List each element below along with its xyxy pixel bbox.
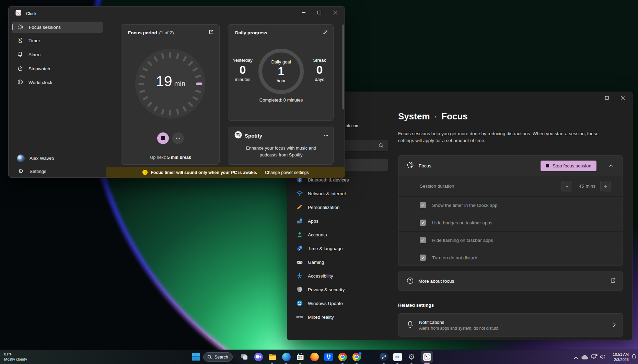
sidebar-item-stopwatch[interactable]: Stopwatch xyxy=(12,63,103,74)
sidebar-item-privacy[interactable]: Privacy & security xyxy=(292,283,383,296)
running-indicator xyxy=(383,363,385,364)
checkbox-label: Hide flashing on taskbar apps xyxy=(432,238,493,243)
clock-maximize-button[interactable] xyxy=(311,7,327,18)
focus-expander-header[interactable]: Focus Stop focus session xyxy=(398,156,623,176)
sidebar-item-settings[interactable]: ⚙ Settings xyxy=(12,165,103,177)
sidebar-item-mixed-reality[interactable]: Mixed reality xyxy=(292,311,383,323)
checkbox-checked-icon[interactable] xyxy=(420,202,426,208)
start-button[interactable] xyxy=(192,352,200,361)
volume-icon[interactable] xyxy=(600,354,606,361)
snipping-tool-icon[interactable]: ✂ xyxy=(393,352,402,361)
help-icon: ? xyxy=(407,277,414,285)
accessibility-icon xyxy=(296,272,303,279)
running-indicator xyxy=(285,363,287,364)
daily-goal-value: 1 xyxy=(278,64,285,78)
file-explorer-icon[interactable] xyxy=(268,352,277,361)
popout-icon[interactable] xyxy=(209,30,214,36)
checkbox-checked-icon[interactable] xyxy=(420,220,426,226)
network-icon[interactable] xyxy=(591,354,598,361)
notifications-title: Notifications xyxy=(419,320,607,325)
clock-close-button[interactable] xyxy=(327,7,343,18)
sidebar-item-personalization[interactable]: Personalization xyxy=(292,201,383,213)
shield-icon xyxy=(296,286,303,293)
sidebar-item-label: Mixed reality xyxy=(308,315,334,320)
chrome-profile-icon[interactable] xyxy=(352,352,361,361)
selection-accent-bar xyxy=(12,24,13,30)
taskbar: 81°F Mostly cloudy Search xyxy=(0,350,638,364)
change-power-settings-link[interactable]: Change power settings xyxy=(265,170,309,175)
checkbox-label: Show the timer in the Clock app xyxy=(432,203,498,208)
account-name: Alex Wawro xyxy=(30,156,54,161)
account-email: ok.com xyxy=(346,124,359,128)
sidebar-item-accessibility[interactable]: Accessibility xyxy=(292,270,383,282)
window-title: Clock xyxy=(26,11,36,16)
checkbox-checked-icon[interactable] xyxy=(420,237,426,243)
firefox-icon[interactable] xyxy=(310,352,319,361)
breadcrumb-system[interactable]: System xyxy=(398,111,430,122)
checkbox-checked-icon[interactable] xyxy=(420,255,426,261)
sidebar-item-alarm[interactable]: Alarm xyxy=(12,49,103,60)
external-link-icon xyxy=(611,278,616,284)
duration-decrease-button[interactable]: − xyxy=(561,181,572,191)
video-app-icon[interactable] xyxy=(254,352,263,361)
sidebar-item-gaming[interactable]: Gaming xyxy=(292,256,383,268)
duration-increase-button[interactable]: + xyxy=(600,181,611,191)
search-icon xyxy=(207,355,212,360)
edge-icon[interactable] xyxy=(282,352,291,361)
avatar xyxy=(17,154,25,162)
sidebar-item-focus-sessions[interactable]: Focus sessions xyxy=(12,22,103,33)
dropbox-icon[interactable] xyxy=(324,352,333,361)
chevron-up-icon[interactable] xyxy=(606,161,616,171)
stop-focus-session-button[interactable]: Stop focus session xyxy=(541,161,596,171)
clock-scrollbar[interactable] xyxy=(343,24,344,109)
sidebar-item-network[interactable]: Network & internet xyxy=(292,187,383,200)
sidebar-item-apps[interactable]: Apps xyxy=(292,215,383,227)
duration-value: 45 xyxy=(579,184,584,189)
related-settings-heading: Related settings xyxy=(398,303,434,308)
do-not-disturb-bell-icon[interactable]: z xyxy=(631,354,637,362)
sidebar-item-world-clock[interactable]: World clock xyxy=(12,77,103,88)
account-row[interactable]: Alex Wawro xyxy=(12,152,103,164)
clock-minimize-button[interactable] xyxy=(295,7,311,18)
spotify-more-button[interactable]: ••• xyxy=(324,134,328,137)
notifications-card[interactable]: Notifications Alerts from apps and syste… xyxy=(398,313,623,337)
settings-gear-icon[interactable]: ⚙ xyxy=(407,352,416,361)
session-duration-label: Session duration xyxy=(420,184,561,189)
steam-icon[interactable] xyxy=(379,352,388,361)
clock-app-taskbar-icon[interactable] xyxy=(422,352,431,361)
active-running-indicator xyxy=(424,363,430,364)
weather-condition: Mostly cloudy xyxy=(4,357,27,362)
chrome-icon[interactable] xyxy=(338,352,347,361)
tray-clock[interactable]: 10:51 AM 2/3/2023 xyxy=(610,352,629,363)
task-view-button[interactable] xyxy=(240,352,249,361)
page-title: Focus xyxy=(441,111,468,122)
sidebar-item-label: World clock xyxy=(28,80,53,85)
yesterday-unit: minutes xyxy=(228,77,257,82)
more-about-focus-card[interactable]: ? More about focus xyxy=(398,271,623,291)
focus-period-card: Focus period (1 of 2) 19min ••• Up next:… xyxy=(121,24,220,165)
spotify-promo-line1: Enhance your focus with music and xyxy=(228,145,334,152)
chevron-right-icon xyxy=(613,322,616,328)
sidebar-item-time-language[interactable]: Time & language xyxy=(292,242,383,255)
more-options-button[interactable]: ••• xyxy=(172,132,184,144)
sidebar-item-label: Bluetooth & devices xyxy=(308,177,349,183)
sidebar-item-label: Focus sessions xyxy=(29,25,61,30)
onedrive-cloud-icon[interactable] xyxy=(581,355,588,361)
sidebar-item-timer[interactable]: Timer xyxy=(12,35,103,46)
sidebar-item-label: Windows Update xyxy=(308,301,343,306)
breadcrumb-separator: › xyxy=(435,113,437,120)
daily-goal-label: Daily goal xyxy=(271,59,291,64)
microsoft-store-icon[interactable] xyxy=(296,352,305,361)
page-description: Focus sessions help you get more done by… xyxy=(398,130,608,144)
bell-icon xyxy=(407,321,414,330)
edit-pencil-icon[interactable] xyxy=(323,30,328,36)
warning-icon: ! xyxy=(142,170,148,175)
sidebar-item-windows-update[interactable]: Windows Update xyxy=(292,297,383,309)
taskbar-search[interactable]: Search xyxy=(203,352,233,362)
tray-chevron-up-icon[interactable] xyxy=(574,354,578,361)
stop-session-button[interactable] xyxy=(157,132,169,144)
running-indicator xyxy=(356,363,358,364)
person-icon xyxy=(296,231,303,238)
sidebar-item-accounts[interactable]: Accounts xyxy=(292,228,383,241)
weather-widget[interactable]: 81°F Mostly cloudy xyxy=(4,352,27,362)
